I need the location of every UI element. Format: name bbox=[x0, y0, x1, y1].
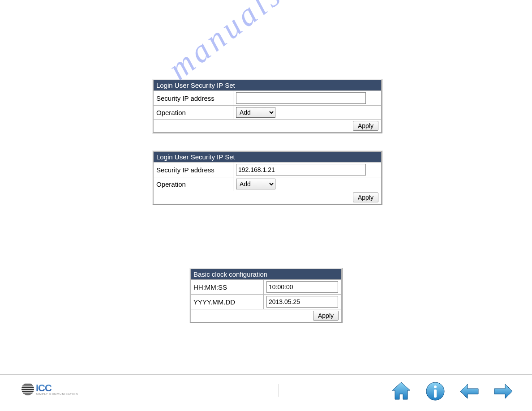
globe-icon bbox=[21, 383, 34, 395]
svg-point-1 bbox=[434, 385, 437, 388]
brand-logo: ICC SIMPLY COMMUNICATION bbox=[21, 382, 78, 395]
page: manualshive.com Login User Security IP S… bbox=[0, 0, 532, 411]
panel-title: Login User Security IP Set bbox=[154, 152, 381, 162]
panel-title: Basic clock configuration bbox=[191, 269, 341, 279]
ip-label: Security IP address bbox=[154, 91, 233, 105]
prev-arrow-icon[interactable] bbox=[459, 381, 480, 402]
ip-label: Security IP address bbox=[154, 163, 233, 177]
operation-label: Operation bbox=[154, 106, 233, 119]
date-label: YYYY.MM.DD bbox=[191, 295, 263, 309]
basic-clock-panel: Basic clock configuration HH:MM:SS YYYY.… bbox=[189, 268, 343, 323]
nav-icons bbox=[390, 381, 514, 402]
footer-separator bbox=[279, 384, 279, 397]
home-icon[interactable] bbox=[390, 381, 412, 402]
panel-title: Login User Security IP Set bbox=[154, 80, 381, 90]
security-ip-input[interactable] bbox=[236, 164, 366, 176]
svg-rect-2 bbox=[434, 390, 437, 398]
security-ip-input[interactable] bbox=[236, 92, 366, 104]
time-input[interactable] bbox=[266, 281, 338, 293]
apply-button[interactable]: Apply bbox=[353, 121, 378, 131]
footer: ICC SIMPLY COMMUNICATION bbox=[0, 376, 532, 407]
security-ip-panel-1: Login User Security IP Set Security IP a… bbox=[152, 79, 382, 133]
apply-button[interactable]: Apply bbox=[353, 193, 378, 202]
footer-divider bbox=[0, 374, 532, 375]
watermark-text: manualshive.com bbox=[161, 0, 403, 87]
next-arrow-icon[interactable] bbox=[493, 381, 514, 402]
apply-button[interactable]: Apply bbox=[313, 311, 339, 321]
date-input[interactable] bbox=[266, 296, 338, 308]
operation-select[interactable]: Add bbox=[236, 107, 275, 118]
info-icon[interactable] bbox=[425, 381, 446, 402]
logo-subtitle: SIMPLY COMMUNICATION bbox=[36, 393, 78, 395]
operation-select[interactable]: Add bbox=[236, 179, 275, 189]
time-label: HH:MM:SS bbox=[191, 280, 263, 294]
security-ip-panel-2: Login User Security IP Set Security IP a… bbox=[152, 150, 382, 205]
operation-label: Operation bbox=[154, 177, 233, 191]
